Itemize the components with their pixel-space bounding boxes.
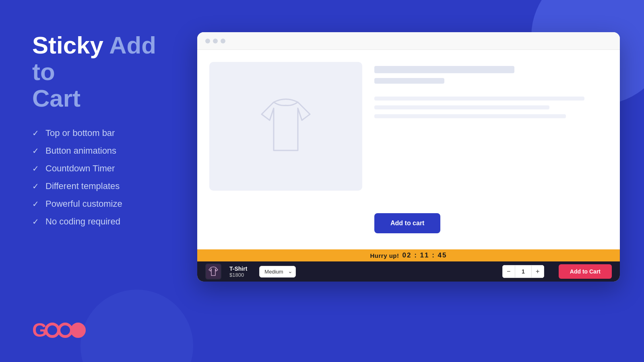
title-cart: Cart <box>32 85 80 112</box>
countdown-bar: Hurry up! 02 : 11 : 45 <box>197 249 620 261</box>
variant-select[interactable]: Medium Small Large <box>259 266 296 278</box>
check-icon-1: ✓ <box>32 128 39 138</box>
thumb-tshirt-icon <box>206 264 221 279</box>
product-desc-2 <box>374 105 549 109</box>
browser-dots <box>205 39 225 43</box>
feature-item-4: ✓ Different templates <box>32 181 169 191</box>
product-image-area <box>209 62 362 191</box>
feature-item-1: ✓ Top or bottom bar <box>32 128 169 138</box>
browser-content: Add to cart <box>197 50 620 249</box>
product-price-sticky: $1800 <box>229 272 247 278</box>
qty-display: 1 <box>515 265 531 278</box>
sticky-add-to-cart-button[interactable]: Add to Cart <box>559 264 612 279</box>
feature-item-3: ✓ Countdown Timer <box>32 163 169 174</box>
main-title: Sticky Add to Cart <box>32 32 169 112</box>
browser-dot-3 <box>221 39 225 43</box>
feature-label-5: Powerful customize <box>45 199 122 209</box>
product-thumb <box>205 263 221 280</box>
check-icon-4: ✓ <box>32 181 39 191</box>
left-panel: Sticky Add to Cart ✓ Top or bottom bar ✓… <box>0 0 193 362</box>
feature-label-2: Button animations <box>45 146 116 156</box>
feature-item-5: ✓ Powerful customize <box>32 199 169 209</box>
feature-label-4: Different templates <box>45 181 120 191</box>
check-icon-3: ✓ <box>32 164 39 173</box>
product-price-placeholder <box>374 78 444 84</box>
browser-dot-2 <box>213 39 218 43</box>
browser-chrome <box>197 32 620 50</box>
svg-rect-0 <box>206 264 221 279</box>
check-icon-2: ✓ <box>32 146 39 156</box>
product-title-placeholder <box>374 66 514 73</box>
countdown-time: 02 : 11 : 45 <box>402 251 447 259</box>
logo-ring-3 <box>70 323 86 338</box>
qty-decrease-button[interactable]: − <box>502 265 515 278</box>
gooo-logo: G <box>32 321 86 340</box>
product-details: Add to cart <box>374 62 608 237</box>
feature-label-6: No coding required <box>45 216 120 227</box>
product-desc-3 <box>374 114 566 118</box>
add-to-cart-button[interactable]: Add to cart <box>374 213 440 233</box>
countdown-label: Hurry up! <box>370 252 399 259</box>
tshirt-svg <box>246 86 326 167</box>
logo-container: G <box>32 321 86 340</box>
title-sticky: Sticky <box>32 32 103 59</box>
browser-window: Add to cart Hurry up! 02 : 11 : 45 T-Sh <box>197 32 620 282</box>
feature-label-1: Top or bottom bar <box>45 128 115 138</box>
feature-item-6: ✓ No coding required <box>32 216 169 227</box>
browser-dot-1 <box>205 39 210 43</box>
variant-wrapper[interactable]: Medium Small Large <box>259 266 296 278</box>
check-icon-5: ✓ <box>32 199 39 209</box>
qty-control: − 1 + <box>502 265 544 278</box>
qty-increase-button[interactable]: + <box>531 265 544 278</box>
sticky-bar-wrapper: Hurry up! 02 : 11 : 45 T-Shirt $1800 <box>197 249 620 282</box>
product-info: T-Shirt $1800 <box>229 265 247 278</box>
product-desc-1 <box>374 97 584 101</box>
feature-label-3: Countdown Timer <box>45 163 115 174</box>
product-name-sticky: T-Shirt <box>229 265 247 272</box>
feature-item-2: ✓ Button animations <box>32 146 169 156</box>
sticky-add-bar: T-Shirt $1800 Medium Small Large − 1 + A… <box>197 261 620 282</box>
check-icon-6: ✓ <box>32 217 39 226</box>
features-list: ✓ Top or bottom bar ✓ Button animations … <box>32 128 169 227</box>
